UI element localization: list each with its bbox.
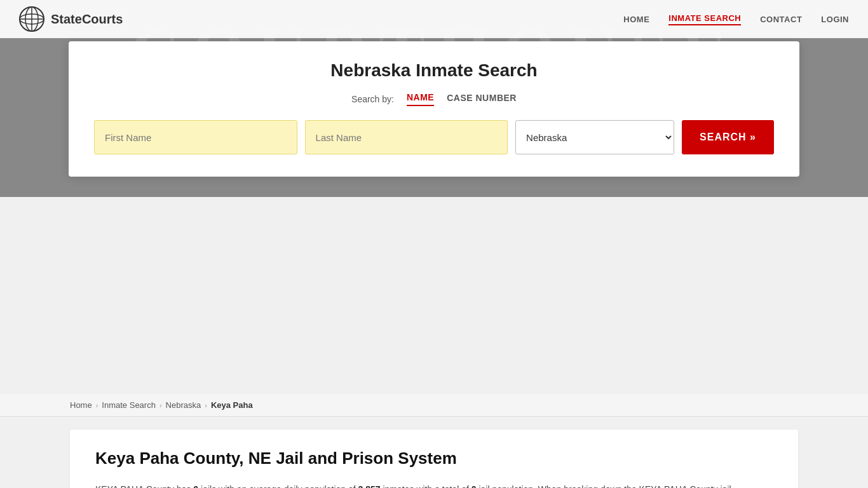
search-card: Nebraska Inmate Search Search by: NAME C… (69, 41, 799, 177)
state-select[interactable]: Nebraska (515, 120, 674, 154)
county-description: KEYA PAHA County has 0 jails with an ave… (95, 482, 773, 488)
jails-count: 0 (193, 484, 198, 488)
nav-bar: StateCourts HOME INMATE SEARCH CONTACT L… (0, 0, 868, 38)
breadcrumb: Home › Inmate Search › Nebraska › Keya P… (0, 394, 868, 417)
breadcrumb-inmate-search[interactable]: Inmate Search (102, 400, 156, 410)
first-name-input[interactable] (94, 120, 297, 154)
breadcrumb-current: Keya Paha (211, 400, 253, 410)
nav-home[interactable]: HOME (623, 15, 649, 24)
breadcrumb-sep-1: › (96, 402, 98, 409)
header: COURTHOUSE StateCourts HOME INMATE SEARC… (0, 0, 868, 197)
main-content: Keya Paha County, NE Jail and Prison Sys… (70, 430, 798, 488)
tab-name[interactable]: NAME (407, 92, 434, 106)
county-title: Keya Paha County, NE Jail and Prison Sys… (95, 449, 773, 468)
breadcrumb-home[interactable]: Home (70, 400, 92, 410)
breadcrumb-sep-2: › (159, 402, 162, 409)
logo-area[interactable]: StateCourts (19, 6, 123, 32)
total-pop: 0 (471, 484, 477, 488)
nav-contact[interactable]: CONTACT (760, 15, 802, 24)
avg-population: 3,857 (358, 484, 381, 488)
nav-links: HOME INMATE SEARCH CONTACT LOGIN (623, 13, 849, 25)
tab-case-number[interactable]: CASE NUMBER (447, 93, 517, 105)
search-by-row: Search by: NAME CASE NUMBER (94, 92, 774, 106)
search-card-title: Nebraska Inmate Search (94, 60, 774, 81)
logo-label: StateCourts (51, 12, 123, 27)
nav-inmate-search[interactable]: INMATE SEARCH (668, 13, 741, 25)
breadcrumb-sep-3: › (205, 402, 207, 409)
search-button[interactable]: SEARCH » (682, 120, 774, 154)
nav-login[interactable]: LOGIN (821, 15, 849, 24)
last-name-input[interactable] (305, 120, 508, 154)
breadcrumb-nebraska[interactable]: Nebraska (166, 400, 201, 410)
search-fields-row: Nebraska SEARCH » (94, 120, 774, 154)
search-by-label: Search by: (351, 94, 394, 104)
logo-icon (19, 6, 44, 32)
